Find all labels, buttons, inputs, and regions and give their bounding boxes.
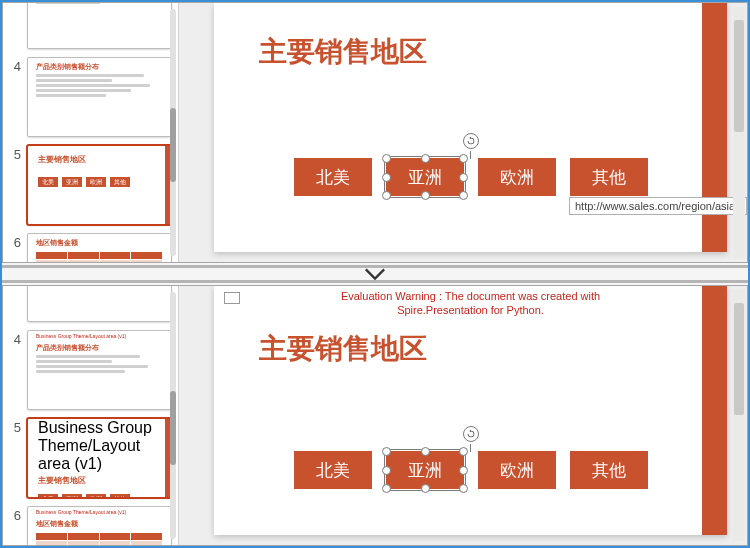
thumb-row-partial[interactable]	[3, 286, 178, 324]
shape-asia-selected[interactable]: 亚洲	[386, 158, 464, 196]
slide-thumbnail-5b[interactable]: Business Group Theme/Layout area (v1) 主要…	[27, 418, 172, 498]
thumb-title: 产品类别销售额分布	[36, 343, 171, 353]
pane-bottom: 4 Business Group Theme/Layout area (v1) …	[2, 285, 748, 546]
thumb-title: 地区销售金额	[36, 519, 171, 529]
thumb-row-6b[interactable]: 6 Business Group Theme/Layout area (v1) …	[3, 500, 178, 545]
thumb-subtitle: Business Group Theme/Layout area (v1)	[36, 333, 171, 339]
selection-handle[interactable]	[382, 484, 391, 493]
slide-thumbnail-4b[interactable]: Business Group Theme/Layout area (v1) 产品…	[27, 330, 172, 410]
slide-workspace-bottom: Evaluation Warning : The document was cr…	[179, 286, 747, 545]
thumb-number: 6	[7, 508, 21, 523]
slide-title: 主要销售地区	[259, 330, 427, 368]
shape-europe[interactable]: 欧洲	[478, 451, 556, 489]
slide-title: 主要销售地区	[259, 33, 427, 71]
thumb-text-lines	[36, 3, 163, 4]
shape-group: 北美 亚洲 欧洲 其他	[294, 133, 648, 196]
thumb-text-lines	[36, 355, 163, 373]
selection-handle[interactable]	[382, 466, 391, 475]
pane-divider	[2, 263, 748, 285]
shape-asia-selected[interactable]: 亚洲	[386, 451, 464, 489]
thumb-title: 主要销售地区	[38, 475, 171, 486]
rotation-handle-icon[interactable]	[463, 133, 479, 149]
thumb-scrollbar[interactable]	[170, 292, 176, 539]
evaluation-warning: Evaluation Warning : The document was cr…	[311, 290, 631, 318]
thumb-row-partial[interactable]: 产品类别销售额分布	[3, 3, 178, 51]
hyperlink-tooltip: http://www.sales.com/region/asian	[569, 197, 747, 215]
thumb-row-4[interactable]: 4 产品类别销售额分布	[3, 51, 178, 139]
slide-canvas-bottom[interactable]: Evaluation Warning : The document was cr…	[214, 286, 727, 535]
slide-workspace-top: 主要销售地区 北美 亚洲	[179, 3, 747, 262]
selection-handle[interactable]	[382, 447, 391, 456]
selection-handle[interactable]	[459, 173, 468, 182]
selection-handle[interactable]	[421, 447, 430, 456]
workspace-scrollbar[interactable]	[733, 7, 745, 258]
thumb-text-lines	[36, 74, 163, 97]
thumb-subtitle: Business Group Theme/Layout area (v1)	[36, 509, 171, 515]
slide-thumbnail[interactable]	[27, 286, 172, 322]
thumb-number: 6	[7, 235, 21, 250]
slide-canvas[interactable]: 主要销售地区 北美 亚洲	[214, 3, 727, 252]
selection-handle[interactable]	[459, 154, 468, 163]
pane-top: 产品类别销售额分布 4 产品类别销售额分布	[2, 2, 748, 263]
thumb-shapes: 北美 亚洲 欧洲 其他	[38, 494, 171, 498]
workspace-scrollbar[interactable]	[733, 290, 745, 541]
thumb-row-6[interactable]: 6 地区销售金额	[3, 227, 178, 262]
thumbnail-panel-top: 产品类别销售额分布 4 产品类别销售额分布	[3, 3, 179, 262]
thumb-row-4b[interactable]: 4 Business Group Theme/Layout area (v1) …	[3, 324, 178, 412]
selection-handle[interactable]	[421, 484, 430, 493]
thumb-row-5[interactable]: 5 主要销售地区 北美 亚洲 欧洲 其他	[3, 139, 178, 227]
chevron-down-icon	[364, 267, 386, 281]
shape-other[interactable]: 其他	[570, 158, 648, 196]
thumb-scrollbar[interactable]	[170, 9, 176, 256]
warning-line1: Evaluation Warning : The document was cr…	[341, 290, 600, 302]
shape-europe[interactable]: 欧洲	[478, 158, 556, 196]
thumb-title: 地区销售金额	[36, 238, 171, 248]
selection-handle[interactable]	[421, 191, 430, 200]
thumb-number: 5	[7, 420, 21, 435]
slide-thumbnail-6b[interactable]: Business Group Theme/Layout area (v1) 地区…	[27, 506, 172, 545]
thumb-title: 主要销售地区	[38, 154, 171, 165]
selection-handle[interactable]	[459, 484, 468, 493]
shape-group: 北美 亚洲 欧洲 其他	[294, 426, 648, 489]
thumb-number: 4	[7, 332, 21, 347]
selection-handle[interactable]	[459, 191, 468, 200]
slide-marker	[224, 292, 240, 304]
selection-handle[interactable]	[382, 191, 391, 200]
thumb-row-5b[interactable]: 5 Business Group Theme/Layout area (v1) …	[3, 412, 178, 500]
shapes-row: 北美 亚洲 欧洲 其他	[294, 451, 648, 489]
thumb-number: 4	[7, 59, 21, 74]
selection-handle[interactable]	[459, 447, 468, 456]
shape-north-america[interactable]: 北美	[294, 451, 372, 489]
slide-thumbnail-4[interactable]: 产品类别销售额分布	[27, 57, 172, 137]
slide-accent-bar	[702, 286, 727, 535]
selection-handle[interactable]	[382, 154, 391, 163]
shape-other[interactable]: 其他	[570, 451, 648, 489]
thumb-subtitle: Business Group Theme/Layout area (v1)	[38, 419, 171, 473]
thumbnail-panel-bottom: 4 Business Group Theme/Layout area (v1) …	[3, 286, 179, 545]
app-root: 产品类别销售额分布 4 产品类别销售额分布	[0, 0, 750, 548]
shape-north-america[interactable]: 北美	[294, 158, 372, 196]
selection-handle[interactable]	[382, 173, 391, 182]
thumb-table	[36, 533, 163, 545]
thumb-table	[36, 252, 163, 262]
thumb-title: 产品类别销售额分布	[36, 62, 171, 72]
selection-handle[interactable]	[421, 154, 430, 163]
warning-line2: Spire.Presentation for Python.	[397, 304, 544, 316]
selection-handle[interactable]	[459, 466, 468, 475]
thumb-number: 5	[7, 147, 21, 162]
slide-thumbnail-6[interactable]: 地区销售金额	[27, 233, 172, 262]
rotation-handle-icon[interactable]	[463, 426, 479, 442]
thumb-shapes: 北美 亚洲 欧洲 其他	[38, 177, 171, 187]
shapes-row: 北美 亚洲 欧洲 其他	[294, 158, 648, 196]
slide-thumbnail-5[interactable]: 主要销售地区 北美 亚洲 欧洲 其他	[27, 145, 172, 225]
slide-thumbnail[interactable]: 产品类别销售额分布	[27, 3, 172, 49]
